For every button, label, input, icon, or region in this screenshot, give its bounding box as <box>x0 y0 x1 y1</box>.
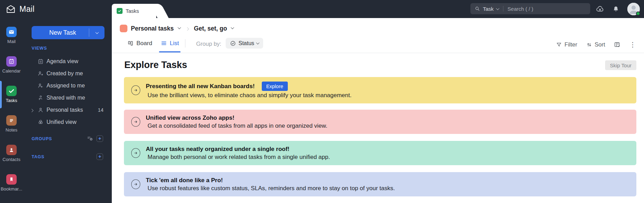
group-by-status-dropdown[interactable]: Status <box>226 38 263 49</box>
search-icon <box>475 6 480 11</box>
banner-subtitle: Use the brilliant views, to eliminate ch… <box>146 92 352 99</box>
breadcrumb-separator-icon <box>186 25 189 32</box>
calendar-icon <box>6 56 17 67</box>
tasks-sidebar: New Task VIEWS Agenda view <box>23 18 112 203</box>
banner-subtitle: Manage both personal or work related tas… <box>146 154 330 161</box>
tab-tasks[interactable]: Tasks <box>112 4 156 18</box>
user-avatar[interactable] <box>627 3 640 15</box>
columns-check-icon <box>614 41 621 48</box>
search-bar[interactable]: Task <box>470 3 590 14</box>
tasks-check-icon <box>117 8 123 14</box>
rail-item-tasks[interactable]: Tasks <box>0 86 23 103</box>
contacts-icon <box>6 145 17 155</box>
add-group-button[interactable]: + <box>97 135 103 142</box>
tab-list[interactable]: List <box>161 40 179 47</box>
tour-banner-single-roof: All your tasks neatly organized under a … <box>124 141 636 165</box>
toolbar-divider <box>185 39 185 48</box>
list-label: List <box>170 40 179 47</box>
breadcrumb-list-dropdown[interactable]: Personal tasks <box>131 25 174 32</box>
view-toolbar: Board List Group by: Status <box>112 36 644 53</box>
notifications-bell-icon[interactable] <box>612 5 620 13</box>
group-by-value: Status <box>239 40 254 46</box>
arrow-right-circle-icon[interactable] <box>131 85 140 95</box>
tour-banner-pro-features: Tick 'em all done like a Pro! Use robust… <box>124 172 636 196</box>
person-arrow-out-icon <box>37 70 44 77</box>
new-task-dropdown[interactable] <box>89 32 104 34</box>
chevron-down-icon <box>231 26 234 29</box>
sidebar-item-agenda-view[interactable]: Agenda view <box>23 55 112 67</box>
sidebar-item-label: Personal tasks <box>47 107 83 113</box>
chevron-down-icon <box>496 7 499 10</box>
group-by-label: Group by: <box>196 41 221 47</box>
explore-button[interactable]: Explore <box>262 82 288 91</box>
tab-board[interactable]: Board <box>127 40 152 47</box>
search-divider <box>503 6 503 11</box>
sidebar-item-unified-view[interactable]: Unified view <box>23 116 112 128</box>
sidebar-item-label: Shared with me <box>47 95 85 101</box>
rail-item-bookmarks[interactable]: Bookmar... <box>0 174 23 192</box>
breadcrumb-board-dropdown[interactable]: Get, set, go <box>194 25 227 32</box>
banner-title: Tick 'em all done like a Pro! <box>146 177 395 184</box>
chevron-down-icon <box>256 41 260 44</box>
sidebar-item-shared-with-me[interactable]: Shared with me <box>23 92 112 104</box>
cloud-sync-icon[interactable] <box>595 5 604 14</box>
list-icon <box>161 40 167 46</box>
tasks-icon <box>6 86 17 96</box>
list-color-swatch <box>120 25 127 32</box>
chevron-down-icon <box>95 31 99 34</box>
tour-banner-unified-apps: Unified view across Zoho apps! Get a con… <box>124 110 636 134</box>
sort-label: Sort <box>595 41 605 48</box>
rail-label: Bookmar... <box>0 186 23 192</box>
arrow-right-circle-icon[interactable] <box>131 148 140 158</box>
sidebar-item-assigned-to-me[interactable]: Assigned to me <box>23 79 112 92</box>
app-logo[interactable]: Mail <box>6 0 34 18</box>
sidebar-item-personal-tasks[interactable]: Personal tasks 14 <box>23 104 112 116</box>
sidebar-item-label: Unified view <box>47 119 76 125</box>
views-list: Agenda view Created by me Assigned to me <box>23 55 112 128</box>
page-title: Explore Tasks <box>124 60 187 70</box>
sidebar-item-label: Agenda view <box>47 58 78 65</box>
chevron-down-icon <box>177 26 181 29</box>
presence-status-dot <box>636 11 640 16</box>
column-settings-button[interactable] <box>614 41 621 48</box>
person-share-icon <box>37 95 44 101</box>
left-panel: Mail Calendar Tasks Notes <box>0 18 112 203</box>
sidebar-item-created-by-me[interactable]: Created by me <box>23 67 112 79</box>
sort-button[interactable]: Sort <box>586 41 605 48</box>
top-bar: Mail Task <box>0 0 644 18</box>
search-input[interactable] <box>508 6 567 12</box>
agenda-icon <box>37 58 44 65</box>
filter-label: Filter <box>564 41 577 48</box>
arrow-right-circle-icon[interactable] <box>131 117 140 127</box>
rail-label: Tasks <box>0 98 23 103</box>
rail-label: Notes <box>0 127 23 133</box>
mail-icon <box>6 27 17 37</box>
expand-chevron-icon[interactable] <box>31 107 33 113</box>
more-options-kebab-icon[interactable]: ⋮ <box>629 41 636 48</box>
bookmark-icon <box>6 174 17 185</box>
task-count-badge: 14 <box>98 107 103 113</box>
person-arrow-in-icon <box>37 83 44 89</box>
skip-tour-button[interactable]: Skip Tour <box>605 60 636 70</box>
rail-label: Calendar <box>0 68 23 74</box>
filter-button[interactable]: Filter <box>556 41 577 48</box>
manage-groups-icon[interactable] <box>87 135 93 142</box>
rail-item-calendar[interactable]: Calendar <box>0 56 23 74</box>
add-tag-button[interactable]: + <box>97 153 103 160</box>
active-tab-underline <box>159 51 181 52</box>
new-task-button[interactable]: New Task <box>32 26 104 39</box>
banner-subtitle: Get a consolidated feed of tasks from al… <box>146 122 327 129</box>
banner-subtitle: Use robust features like custom status, … <box>146 185 395 192</box>
topbar-icon-group <box>595 0 640 18</box>
check-circle-icon <box>230 40 236 46</box>
rail-item-mail[interactable]: Mail <box>0 27 23 44</box>
rail-item-contacts[interactable]: Contacts <box>0 145 23 162</box>
arrow-right-circle-icon[interactable] <box>131 179 140 189</box>
zoho-mail-tasks-window: Mail Task <box>0 0 644 203</box>
main-content: Personal tasks Get, set, go Board List <box>112 18 644 203</box>
toolbar-right-group: Filter Sort ⋮ <box>556 36 636 53</box>
tags-section-header: TAGS <box>32 154 44 159</box>
rail-item-notes[interactable]: Notes <box>0 115 23 133</box>
search-scope-dropdown[interactable]: Task <box>483 6 494 12</box>
rail-label: Mail <box>0 39 23 44</box>
